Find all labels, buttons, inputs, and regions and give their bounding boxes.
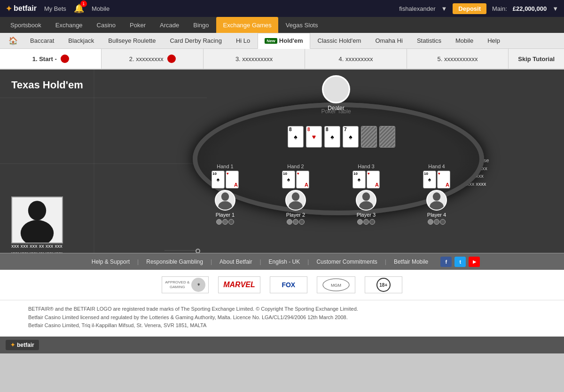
- marvel-logo: MARVEL: [218, 276, 260, 293]
- sub-mobile[interactable]: Mobile: [449, 33, 480, 49]
- youtube-icon[interactable]: ▶: [469, 257, 480, 267]
- annotation-dot-left: [196, 249, 200, 253]
- mgm-logo: MGM: [317, 276, 355, 293]
- svg-point-10: [359, 201, 373, 210]
- player-2-chips: [287, 219, 305, 225]
- svg-point-11: [433, 192, 440, 201]
- sub-classic-holdem[interactable]: Classic Hold'em: [311, 33, 368, 49]
- svg-point-14: [21, 220, 54, 243]
- license-2-text: Betfair Casino Limited, Triq il-Kappilla…: [28, 321, 536, 330]
- community-cards: 8 ♠ 8 ♥ 8 ♠ 7 ♠: [288, 126, 395, 148]
- player-3-area: Hand 3 10 ♠ ♥ A Player 3: [352, 164, 380, 225]
- svg-point-5: [221, 192, 229, 201]
- nav-vegas-slots[interactable]: Vegas Slots: [279, 17, 325, 33]
- game-area: Texas Hold'em The deal has dealt these c…: [0, 70, 564, 253]
- facebook-icon[interactable]: f: [440, 257, 452, 267]
- player-2-label: Player 2: [286, 212, 305, 218]
- fox-logo: FOX: [270, 276, 307, 293]
- nav-exchange[interactable]: Exchange: [49, 17, 89, 33]
- game-title: Texas Hold'em: [11, 79, 83, 91]
- footer-commitments[interactable]: Customer Commitments: [309, 259, 384, 265]
- hand-1-label: Hand 1: [217, 164, 233, 169]
- main-nav: Sportsbook Exchange Casino Poker Arcade …: [0, 17, 564, 33]
- license-1-text: Betfair Casino Limited licensed and regu…: [28, 314, 536, 322]
- sub-nav: 🏠 Baccarat Blackjack Bullseye Roulette C…: [0, 33, 564, 49]
- player-3-label: Player 3: [357, 212, 376, 218]
- deposit-button[interactable]: Deposit: [453, 3, 486, 14]
- balance-arrow[interactable]: ▼: [552, 5, 558, 12]
- top-bar: ✦ betfair My Bets 🔔 1 Mobile fishalexand…: [0, 0, 564, 17]
- tutorial-step-4[interactable]: 4. xxxxxxxxx: [305, 49, 407, 69]
- logo-star: ✦: [6, 4, 12, 13]
- nav-casino[interactable]: Casino: [90, 17, 122, 33]
- hand-2-label: Hand 2: [287, 164, 304, 169]
- nav-bingo[interactable]: Bingo: [187, 17, 215, 33]
- sub-card-derby[interactable]: Card Derby Racing: [163, 33, 228, 49]
- sub-statistics[interactable]: Statistics: [410, 33, 448, 49]
- notification-icon[interactable]: 🔔 1: [74, 3, 84, 14]
- trademark-text: BETFAIR® and the BETFAIR LOGO are regist…: [28, 305, 536, 314]
- player-2-avatar: [285, 190, 306, 211]
- card-8-spades-2: 8 ♠: [324, 126, 340, 148]
- age18-logo: 18+: [365, 276, 402, 293]
- home-icon[interactable]: 🏠: [4, 33, 23, 48]
- tutorial-bar: 1. Start - 2. xxxxxxxxx 3. xxxxxxxxxx 4.…: [0, 49, 564, 70]
- p3-card-2: ♥ A: [367, 171, 380, 188]
- player-portrait: [11, 196, 63, 243]
- card-8-hearts: 8 ♥: [306, 126, 322, 148]
- sub-help[interactable]: Help: [481, 33, 507, 49]
- p4-card-1: 10 ♠: [423, 171, 436, 188]
- p4-card-2: ♥ A: [437, 171, 450, 188]
- player-1-cards: 10 ♠ ♥ A: [212, 171, 239, 188]
- tutorial-step-2[interactable]: 2. xxxxxxxxx: [102, 49, 203, 69]
- svg-text:MGM: MGM: [331, 283, 341, 288]
- svg-point-7: [292, 192, 299, 201]
- player-4-area: Hand 4 10 ♠ ♥ A Player 4: [423, 164, 450, 225]
- footer-mobile[interactable]: Betfair Mobile: [386, 259, 436, 265]
- p1-card-1: 10 ♠: [212, 171, 225, 188]
- sub-bullseye[interactable]: Bullseye Roulette: [102, 33, 162, 49]
- svg-point-13: [28, 201, 46, 220]
- card-7-spades: 7 ♠: [343, 126, 359, 148]
- sub-blackjack[interactable]: Blackjack: [62, 33, 101, 49]
- tutorial-step-3[interactable]: 3. xxxxxxxxxx: [204, 49, 305, 69]
- player-1-avatar: [215, 190, 235, 211]
- nav-arcade[interactable]: Arcade: [153, 17, 186, 33]
- nav-sportsbook[interactable]: Sportsbook: [4, 17, 48, 33]
- tutorial-step-1[interactable]: 1. Start -: [0, 49, 102, 69]
- nav-poker[interactable]: Poker: [123, 17, 152, 33]
- mobile-link[interactable]: Mobile: [92, 5, 110, 12]
- skip-tutorial-button[interactable]: Skip Tutorial: [509, 49, 564, 69]
- sub-omaha[interactable]: Omaha Hi: [368, 33, 409, 49]
- username-arrow[interactable]: ▼: [441, 5, 447, 12]
- player-3-cards: 10 ♠ ♥ A: [352, 171, 380, 188]
- legal-section: BETFAIR® and the BETFAIR LOGO are regist…: [0, 300, 564, 337]
- player-2-cards: 10 ♠ ♥ A: [282, 171, 309, 188]
- card-back-2: [379, 126, 395, 148]
- player-3-avatar: [356, 190, 376, 211]
- card-back-1: [361, 126, 377, 148]
- twitter-icon[interactable]: t: [454, 257, 466, 267]
- sub-holdem[interactable]: New Hold'em: [258, 33, 310, 49]
- sub-baccarat[interactable]: Baccarat: [24, 33, 61, 49]
- hand-3-label: Hand 3: [358, 164, 374, 169]
- new-badge: New: [265, 38, 277, 44]
- approved-logo: APPROVED & GAMING ⚜: [162, 276, 209, 293]
- player-1-label: Player 1: [216, 212, 235, 218]
- p1-card-2: ♥ A: [226, 171, 239, 188]
- nav-exchange-games[interactable]: Exchange Games: [216, 17, 278, 33]
- footer-help[interactable]: Help & Support: [84, 259, 137, 265]
- sub-hilo[interactable]: Hi Lo: [229, 33, 257, 49]
- username: fishalexander: [399, 5, 435, 12]
- footer-responsible[interactable]: Responsible Gambling: [139, 259, 211, 265]
- tutorial-step-5[interactable]: 5. xxxxxxxxxxx: [407, 49, 509, 69]
- balance-label: Main:: [492, 5, 507, 12]
- footer-language[interactable]: English - UK: [261, 259, 308, 265]
- step-dot-1: [61, 55, 69, 63]
- svg-point-12: [430, 201, 443, 210]
- player-4-label: Player 4: [427, 212, 446, 218]
- my-bets-link[interactable]: My Bets: [44, 5, 66, 12]
- footer-about[interactable]: About Betfair: [212, 259, 259, 265]
- svg-point-9: [362, 192, 370, 201]
- svg-point-8: [289, 201, 302, 210]
